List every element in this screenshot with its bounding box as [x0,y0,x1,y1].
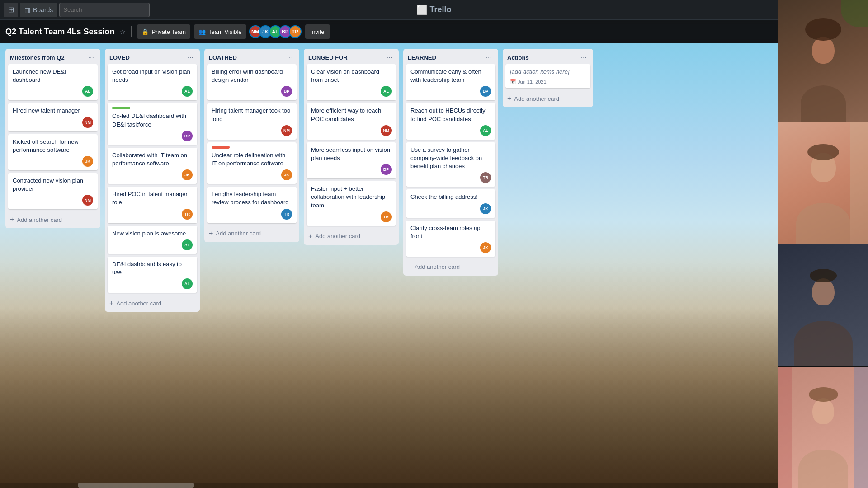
star-button[interactable]: ☆ [120,28,126,35]
card-avatar: JK [182,169,193,180]
private-team-button[interactable]: 🔒 Private Team [137,24,190,39]
list-menu-loved[interactable]: ··· [186,52,195,62]
card-avatar: NM [82,117,93,128]
plus-icon: + [507,94,511,103]
card-text: Reach out to HBCUs directly to find POC … [410,107,491,123]
card-text: Communicate early & often with leadershi… [410,68,491,84]
card-communicate-early[interactable]: Communicate early & often with leadershi… [406,64,495,100]
card-collaborated-it[interactable]: Collaborated with IT team on performance… [108,148,197,184]
add-card-loved[interactable]: + Add another card [105,296,200,310]
list-menu-loathed[interactable]: ··· [285,52,295,62]
list-cards-loathed: Billing error with dashboard design vend… [204,64,299,226]
add-card-learned[interactable]: + Add another card [403,260,498,274]
add-card-milestones[interactable]: + Add another card [5,213,100,226]
list-actions: Actions ··· [add action items here] 📅 Ju… [503,49,593,107]
card-check-billing[interactable]: Check the billing address! JK [406,189,495,217]
card-avatar: NM [281,125,292,136]
card-efficient-poc[interactable]: More efficient way to reach POC candidat… [307,103,396,139]
scrollbar-thumb [78,483,194,488]
card-reach-hbcus[interactable]: Reach out to HBCUs directly to find POC … [406,103,495,139]
card-label-green [112,107,130,109]
card-avatar: NM [381,125,392,136]
card-avatar: JK [480,242,491,253]
add-card-loathed[interactable]: + Add another card [204,227,299,240]
card-label-red [212,146,230,149]
list-header-learned: LEARNED ··· [403,49,498,64]
add-card-longed[interactable]: + Add another card [304,230,399,243]
list-header-actions: Actions ··· [503,49,593,64]
list-menu-actions[interactable]: ··· [579,52,589,62]
card-broad-input[interactable]: Got broad input on vision plan needs AL [108,64,197,100]
card-text: [add action items here] [510,68,586,76]
card-hired-poc[interactable]: Hired POC in talent manager role TR [108,187,197,223]
list-title-milestones: Milestones from Q2 [10,54,86,61]
card-hired-talent[interactable]: Hired new talent manager NM [8,103,98,131]
list-cards-actions: [add action items here] 📅 Jun 11, 2021 [503,64,593,91]
team-visible-button[interactable]: 👥 Team Visible [194,24,246,39]
add-card-actions[interactable]: + Add another card [503,92,593,105]
card-kicked-off[interactable]: Kicked off search for new performance so… [8,134,98,170]
card-text: Hired new talent manager [13,107,93,115]
card-text: Lengthy leadership team review process f… [212,190,292,206]
plus-icon: + [308,232,312,240]
add-card-label: Add another card [514,95,559,102]
card-avatar: AL [182,86,193,97]
list-header-loathed: LOATHED ··· [204,49,299,64]
card-launched-dei[interactable]: Launched new DE&I dashboard AL [8,64,98,100]
card-faster-input[interactable]: Faster input + better collaboration with… [307,181,396,226]
video-tile-1 [778,0,868,122]
top-navigation: ⊞ ▦ Boards ⬜ Trello ＋ ⓘ 🔔 ⚙ NM [0,0,868,20]
list-menu-longed[interactable]: ··· [385,52,394,62]
card-dei-easy[interactable]: DE&I dashboard is easy to use AL [108,257,197,293]
list-cards-milestones: Launched new DE&I dashboard AL Hired new… [5,64,100,212]
board-header: Q2 Talent Team 4Ls Session ☆ 🔒 Private T… [0,20,868,43]
card-avatar: TR [381,211,392,222]
card-add-actions[interactable]: [add action items here] 📅 Jun 11, 2021 [505,64,590,88]
list-title-loved: LOVED [109,54,186,61]
card-avatar: TR [480,172,491,183]
member-avatar-5[interactable]: TR [289,25,302,38]
board-background: Milestones from Q2 ··· Launched new DE&I… [0,43,868,488]
card-hiring-long[interactable]: Hiring talent manager took too long NM [207,103,297,139]
invite-button[interactable]: Invite [305,24,330,39]
card-text: Contracted new vision plan provider [13,177,93,193]
home-button[interactable]: ⊞ [4,3,18,17]
card-lengthy-review[interactable]: Lengthy leadership team review process f… [207,187,297,223]
plus-icon: + [408,263,412,271]
list-menu-learned[interactable]: ··· [484,52,494,62]
card-avatar: AL [182,278,193,289]
card-vision-awesome[interactable]: New vision plan is awesome AL [108,226,197,254]
card-avatar: BP [182,131,193,141]
card-unclear-role[interactable]: Unclear role delineation with IT on perf… [207,142,297,184]
member-avatars: NM JK AL BP TR [252,25,302,38]
card-clarify-roles[interactable]: Clarify cross-team roles up front JK [406,221,495,257]
card-text: Kicked off search for new performance so… [13,138,93,154]
board-title: Q2 Talent Team 4Ls Session [5,27,114,37]
list-title-actions: Actions [507,54,579,61]
card-date: 📅 Jun 11, 2021 [510,79,586,84]
card-seamless-input[interactable]: More seamless input on vision plan needs… [307,142,396,178]
card-text: Use a survey to gather company-wide feed… [410,146,491,171]
add-card-label: Add another card [116,300,161,307]
list-cards-loved: Got broad input on vision plan needs AL … [105,64,200,296]
horizontal-scrollbar[interactable] [0,483,778,488]
list-header-longed: LONGED FOR ··· [304,49,399,64]
card-avatar: JK [281,169,292,180]
video-tile-2 [778,122,868,245]
plus-icon: + [10,216,14,224]
card-clear-vision[interactable]: Clear vision on dashboard from onset AL [307,64,396,100]
card-text: Clear vision on dashboard from onset [311,68,392,84]
list-learned: LEARNED ··· Communicate early & often wi… [403,49,498,276]
search-input[interactable] [59,3,150,17]
card-avatar: JK [480,203,491,214]
card-text: Launched new DE&I dashboard [13,68,93,84]
card-avatar: JK [82,156,93,167]
card-avatar: NM [82,195,93,206]
card-contracted-vision[interactable]: Contracted new vision plan provider NM [8,173,98,209]
card-co-led-dei[interactable]: Co-led DE&I dashboard with DE&I taskforc… [108,103,197,145]
card-use-survey[interactable]: Use a survey to gather company-wide feed… [406,142,495,187]
card-text: More efficient way to reach POC candidat… [311,107,392,123]
list-menu-milestones[interactable]: ··· [86,52,96,62]
card-billing-error[interactable]: Billing error with dashboard design vend… [207,64,297,100]
boards-button[interactable]: ▦ Boards [20,3,57,17]
